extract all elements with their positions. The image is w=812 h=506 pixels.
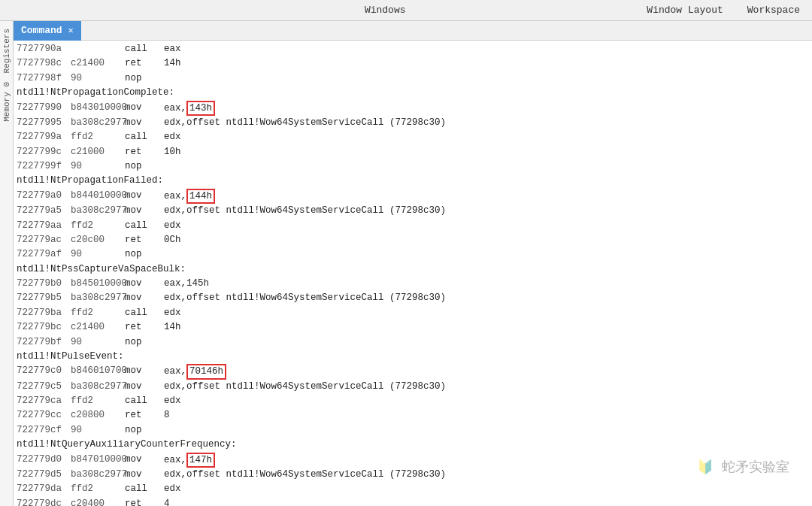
operands: edx,offset ntdll!Wow64SystemServiceCall …: [164, 380, 446, 394]
sidebar-tab-registers[interactable]: Registers: [1, 24, 13, 77]
bytes: ffd2: [71, 394, 125, 408]
mnemonic: nop: [125, 71, 164, 86]
disasm-line: 7727790a calleax: [17, 42, 809, 56]
operands: 8: [164, 408, 170, 423]
mnemonic: ret: [125, 145, 164, 159]
mnemonic: mov: [125, 364, 164, 379]
mnemonic: call: [125, 42, 164, 56]
bytes: c20400: [71, 497, 125, 506]
menu-workspace[interactable]: Workspace: [743, 3, 804, 17]
disasm-line: 722779da ffd2 calledx: [17, 482, 809, 496]
disasm-line: 722779d0 b847010000 moveax,147h: [17, 453, 809, 468]
mnemonic: call: [125, 306, 164, 320]
highlighted-operand: 144h: [186, 189, 215, 204]
address: 722779dc: [17, 497, 71, 506]
menu-window-layout[interactable]: Window Layout: [642, 3, 727, 17]
bytes: c20c00: [71, 233, 125, 247]
disasm-line: 722779d5 ba308c2977 movedx,offset ntdll!…: [17, 468, 809, 482]
disasm-line: 722779ca ffd2 calledx: [17, 394, 809, 408]
disasm-line: ntdll!NtPropagationComplete:: [17, 86, 809, 100]
bytes: ffd2: [71, 219, 125, 233]
operands: eax: [164, 42, 181, 56]
address: 722779d5: [17, 468, 71, 482]
disasm-line: 722779b0 b845010000 moveax,145h: [17, 277, 809, 291]
bytes: c21000: [71, 145, 125, 159]
content-area: Command ✕ 7727790a calleax7727798c c2140…: [14, 21, 812, 506]
operands: edx: [164, 219, 181, 233]
mnemonic: mov: [125, 380, 164, 394]
highlighted-operand: 147h: [186, 453, 215, 468]
mnemonic: nop: [125, 247, 164, 262]
operands: edx: [164, 394, 181, 408]
mnemonic: nop: [125, 159, 164, 174]
mnemonic: mov: [125, 204, 164, 218]
menu-windows[interactable]: Windows: [360, 3, 411, 17]
disasm-line: 722779cf 90 nop: [17, 423, 809, 438]
operands: eax,70146h: [164, 364, 226, 379]
disasm-content[interactable]: 7727790a calleax7727798c c21400 ret14h77…: [14, 41, 812, 506]
disasm-line: 722779c0 b846010700 moveax,70146h: [17, 364, 809, 379]
mnemonic: nop: [125, 423, 164, 438]
mnemonic: ret: [125, 320, 164, 335]
bytes: b844010000: [71, 189, 125, 204]
command-tab-close-icon[interactable]: ✕: [68, 26, 74, 35]
address: 722779cc: [17, 408, 71, 423]
disasm-line: 722779af 90 nop: [17, 247, 809, 262]
disasm-line: 722779ba ffd2 calledx: [17, 306, 809, 320]
operands: edx,offset ntdll!Wow64SystemServiceCall …: [164, 468, 446, 482]
address: 722779a5: [17, 204, 71, 218]
mnemonic: ret: [125, 233, 164, 247]
operands: edx: [164, 482, 181, 496]
address: 72277995: [17, 116, 71, 130]
disasm-line: 7727798f 90 nop: [17, 71, 809, 86]
operands: eax,145h: [164, 277, 209, 291]
mnemonic: mov: [125, 277, 164, 291]
highlighted-operand: 70146h: [186, 364, 226, 379]
disasm-line: 722779ac c20c00 ret0Ch: [17, 233, 809, 247]
disasm-line: ntdll!NtPssCaptureVaSpaceBulk:: [17, 262, 809, 277]
disasm-line: 72277995 ba308c2977 movedx,offset ntdll!…: [17, 116, 809, 130]
address: 7227799c: [17, 145, 71, 159]
disasm-line: 722779c5 ba308c2977 movedx,offset ntdll!…: [17, 380, 809, 394]
disasm-line: ntdll!NtPulseEvent:: [17, 350, 809, 364]
operands: edx: [164, 130, 181, 144]
bytes: 90: [71, 247, 125, 262]
bytes: c20800: [71, 408, 125, 423]
address: 722779c5: [17, 380, 71, 394]
label-text: ntdll!NtPulseEvent:: [17, 350, 124, 364]
address: 722779ca: [17, 394, 71, 408]
bytes: [71, 42, 125, 56]
bytes: b847010000: [71, 453, 125, 468]
address: 722779b5: [17, 291, 71, 305]
command-tab[interactable]: Command ✕: [14, 21, 81, 41]
label-text: ntdll!NtPropagationComplete:: [17, 86, 174, 100]
mnemonic: ret: [125, 56, 164, 71]
bytes: b846010700: [71, 364, 125, 379]
operands: edx: [164, 306, 181, 320]
bytes: ffd2: [71, 482, 125, 496]
address: 722779a0: [17, 189, 71, 204]
mnemonic: ret: [125, 497, 164, 506]
bytes: ba308c2977: [71, 380, 125, 394]
command-tab-bar: Command ✕: [14, 21, 812, 41]
bytes: ba308c2977: [71, 116, 125, 130]
address: 7227799f: [17, 159, 71, 174]
mnemonic: mov: [125, 101, 164, 116]
disasm-line: 72277990 b843010000 moveax,143h: [17, 101, 809, 116]
disasm-line: 722779aa ffd2 calledx: [17, 219, 809, 233]
operands: eax,143h: [164, 101, 215, 116]
disasm-line: ntdll!NtPropagationFailed:: [17, 174, 809, 188]
operands: eax,147h: [164, 453, 215, 468]
operands: 10h: [164, 145, 181, 159]
bytes: ba308c2977: [71, 468, 125, 482]
disasm-line: 722779a0 b844010000 moveax,144h: [17, 189, 809, 204]
address: 722779af: [17, 247, 71, 262]
sidebar-tab-memory[interactable]: Memory 0: [1, 77, 13, 126]
address: 722779ac: [17, 233, 71, 247]
operands: edx,offset ntdll!Wow64SystemServiceCall …: [164, 291, 446, 305]
operands: eax,144h: [164, 189, 215, 204]
label-text: ntdll!NtPssCaptureVaSpaceBulk:: [17, 262, 186, 277]
disasm-line: 7727798c c21400 ret14h: [17, 56, 809, 71]
top-menubar: Windows Window Layout Workspace: [0, 0, 812, 21]
address: 722779b0: [17, 277, 71, 291]
